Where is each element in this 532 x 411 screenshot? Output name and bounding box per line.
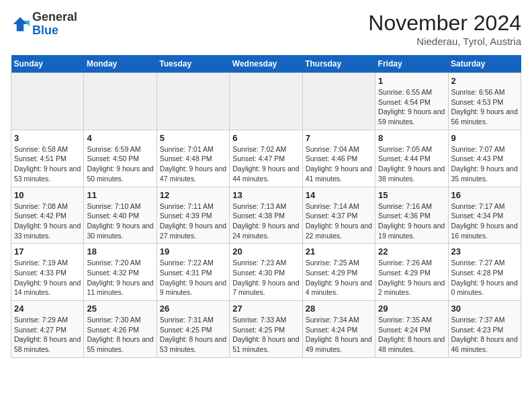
- calendar-cell: 27Sunrise: 7:33 AM Sunset: 4:25 PM Dayli…: [230, 301, 302, 358]
- calendar-cell: 7Sunrise: 7:04 AM Sunset: 4:46 PM Daylig…: [302, 130, 375, 187]
- calendar-cell: 9Sunrise: 7:07 AM Sunset: 4:43 PM Daylig…: [448, 130, 521, 187]
- day-info: Sunrise: 7:22 AM Sunset: 4:31 PM Dayligh…: [160, 258, 226, 298]
- calendar-cell: 24Sunrise: 7:29 AM Sunset: 4:27 PM Dayli…: [11, 301, 84, 358]
- calendar-cell: 10Sunrise: 7:08 AM Sunset: 4:42 PM Dayli…: [11, 187, 84, 244]
- day-number: 9: [451, 133, 518, 143]
- day-number: 28: [306, 304, 372, 314]
- day-info: Sunrise: 6:56 AM Sunset: 4:53 PM Dayligh…: [451, 87, 518, 127]
- calendar-cell: 19Sunrise: 7:22 AM Sunset: 4:31 PM Dayli…: [157, 244, 229, 301]
- day-number: 30: [451, 304, 518, 314]
- logo-icon: [11, 15, 30, 34]
- weekday-header-tuesday: Tuesday: [157, 55, 229, 73]
- day-number: 16: [451, 190, 518, 200]
- svg-marker-0: [13, 17, 28, 31]
- day-number: 1: [378, 76, 445, 86]
- day-info: Sunrise: 6:59 AM Sunset: 4:50 PM Dayligh…: [87, 144, 153, 184]
- day-number: 12: [160, 190, 226, 200]
- calendar-week-3: 10Sunrise: 7:08 AM Sunset: 4:42 PM Dayli…: [11, 187, 521, 244]
- calendar-cell: 29Sunrise: 7:35 AM Sunset: 4:24 PM Dayli…: [375, 301, 448, 358]
- weekday-header-wednesday: Wednesday: [230, 55, 302, 73]
- calendar-cell: 25Sunrise: 7:30 AM Sunset: 4:26 PM Dayli…: [84, 301, 157, 358]
- calendar-cell: 21Sunrise: 7:25 AM Sunset: 4:29 PM Dayli…: [302, 244, 375, 301]
- day-info: Sunrise: 6:55 AM Sunset: 4:54 PM Dayligh…: [378, 87, 445, 127]
- calendar-cell: [11, 73, 84, 130]
- calendar-cell: 2Sunrise: 6:56 AM Sunset: 4:53 PM Daylig…: [448, 73, 521, 130]
- calendar-cell: 12Sunrise: 7:11 AM Sunset: 4:39 PM Dayli…: [157, 187, 229, 244]
- calendar-week-2: 3Sunrise: 6:58 AM Sunset: 4:51 PM Daylig…: [11, 130, 521, 187]
- calendar-cell: 30Sunrise: 7:37 AM Sunset: 4:23 PM Dayli…: [448, 301, 521, 358]
- calendar-cell: 28Sunrise: 7:34 AM Sunset: 4:24 PM Dayli…: [302, 301, 375, 358]
- day-info: Sunrise: 6:58 AM Sunset: 4:51 PM Dayligh…: [14, 144, 81, 184]
- calendar-cell: 5Sunrise: 7:01 AM Sunset: 4:48 PM Daylig…: [157, 130, 229, 187]
- calendar-week-4: 17Sunrise: 7:19 AM Sunset: 4:33 PM Dayli…: [11, 244, 521, 301]
- weekday-header-friday: Friday: [375, 55, 448, 73]
- day-info: Sunrise: 7:30 AM Sunset: 4:26 PM Dayligh…: [87, 315, 153, 355]
- day-number: 22: [378, 246, 445, 257]
- day-info: Sunrise: 7:35 AM Sunset: 4:24 PM Dayligh…: [378, 315, 445, 355]
- day-info: Sunrise: 7:05 AM Sunset: 4:44 PM Dayligh…: [378, 144, 445, 184]
- day-number: 17: [14, 246, 81, 257]
- day-info: Sunrise: 7:04 AM Sunset: 4:46 PM Dayligh…: [306, 144, 372, 184]
- day-number: 18: [87, 246, 153, 257]
- weekday-header-sunday: Sunday: [11, 55, 84, 73]
- calendar-week-5: 24Sunrise: 7:29 AM Sunset: 4:27 PM Dayli…: [11, 301, 521, 358]
- day-info: Sunrise: 7:17 AM Sunset: 4:34 PM Dayligh…: [451, 201, 518, 241]
- calendar-week-1: 1Sunrise: 6:55 AM Sunset: 4:54 PM Daylig…: [11, 73, 521, 130]
- day-number: 14: [306, 190, 372, 200]
- month-title: November 2024: [368, 11, 521, 36]
- day-number: 7: [306, 133, 372, 143]
- calendar-cell: 13Sunrise: 7:13 AM Sunset: 4:38 PM Dayli…: [230, 187, 302, 244]
- calendar-cell: 20Sunrise: 7:23 AM Sunset: 4:30 PM Dayli…: [230, 244, 302, 301]
- calendar-cell: 18Sunrise: 7:20 AM Sunset: 4:32 PM Dayli…: [84, 244, 157, 301]
- day-info: Sunrise: 7:10 AM Sunset: 4:40 PM Dayligh…: [87, 201, 153, 241]
- calendar-cell: 11Sunrise: 7:10 AM Sunset: 4:40 PM Dayli…: [84, 187, 157, 244]
- calendar-cell: 1Sunrise: 6:55 AM Sunset: 4:54 PM Daylig…: [375, 73, 448, 130]
- day-number: 10: [14, 190, 81, 200]
- day-info: Sunrise: 7:01 AM Sunset: 4:48 PM Dayligh…: [160, 144, 226, 184]
- calendar-cell: 26Sunrise: 7:31 AM Sunset: 4:25 PM Dayli…: [157, 301, 229, 358]
- day-info: Sunrise: 7:23 AM Sunset: 4:30 PM Dayligh…: [232, 258, 299, 298]
- day-info: Sunrise: 7:19 AM Sunset: 4:33 PM Dayligh…: [14, 258, 81, 298]
- calendar-cell: 4Sunrise: 6:59 AM Sunset: 4:50 PM Daylig…: [84, 130, 157, 187]
- weekday-header-row: SundayMondayTuesdayWednesdayThursdayFrid…: [11, 55, 521, 73]
- weekday-header-saturday: Saturday: [448, 55, 521, 73]
- day-info: Sunrise: 7:11 AM Sunset: 4:39 PM Dayligh…: [160, 201, 226, 241]
- day-info: Sunrise: 7:33 AM Sunset: 4:25 PM Dayligh…: [232, 315, 299, 355]
- day-info: Sunrise: 7:29 AM Sunset: 4:27 PM Dayligh…: [14, 315, 81, 355]
- calendar-cell: 23Sunrise: 7:27 AM Sunset: 4:28 PM Dayli…: [448, 244, 521, 301]
- calendar-cell: 17Sunrise: 7:19 AM Sunset: 4:33 PM Dayli…: [11, 244, 84, 301]
- calendar-cell: 15Sunrise: 7:16 AM Sunset: 4:36 PM Dayli…: [375, 187, 448, 244]
- day-info: Sunrise: 7:31 AM Sunset: 4:25 PM Dayligh…: [160, 315, 226, 355]
- day-info: Sunrise: 7:26 AM Sunset: 4:29 PM Dayligh…: [378, 258, 445, 298]
- day-number: 2: [451, 76, 518, 86]
- day-number: 5: [160, 133, 226, 143]
- day-number: 20: [232, 246, 299, 257]
- day-number: 26: [160, 304, 226, 314]
- day-info: Sunrise: 7:37 AM Sunset: 4:23 PM Dayligh…: [451, 315, 518, 355]
- weekday-header-thursday: Thursday: [302, 55, 375, 73]
- day-info: Sunrise: 7:13 AM Sunset: 4:38 PM Dayligh…: [232, 201, 299, 241]
- calendar-cell: [84, 73, 157, 130]
- day-info: Sunrise: 7:27 AM Sunset: 4:28 PM Dayligh…: [451, 258, 518, 298]
- day-number: 6: [232, 133, 299, 143]
- day-number: 13: [232, 190, 299, 200]
- logo: General Blue: [11, 11, 77, 38]
- calendar-cell: 6Sunrise: 7:02 AM Sunset: 4:47 PM Daylig…: [230, 130, 302, 187]
- location-subtitle: Niederau, Tyrol, Austria: [368, 36, 521, 47]
- day-info: Sunrise: 7:14 AM Sunset: 4:37 PM Dayligh…: [306, 201, 372, 241]
- day-info: Sunrise: 7:16 AM Sunset: 4:36 PM Dayligh…: [378, 201, 445, 241]
- day-number: 21: [306, 246, 372, 257]
- calendar-cell: 14Sunrise: 7:14 AM Sunset: 4:37 PM Dayli…: [302, 187, 375, 244]
- day-info: Sunrise: 7:20 AM Sunset: 4:32 PM Dayligh…: [87, 258, 153, 298]
- day-number: 23: [451, 246, 518, 257]
- calendar-cell: [302, 73, 375, 130]
- day-info: Sunrise: 7:02 AM Sunset: 4:47 PM Dayligh…: [232, 144, 299, 184]
- day-number: 29: [378, 304, 445, 314]
- day-number: 8: [378, 133, 445, 143]
- calendar-cell: 8Sunrise: 7:05 AM Sunset: 4:44 PM Daylig…: [375, 130, 448, 187]
- day-number: 27: [232, 304, 299, 314]
- day-info: Sunrise: 7:08 AM Sunset: 4:42 PM Dayligh…: [14, 201, 81, 241]
- day-info: Sunrise: 7:34 AM Sunset: 4:24 PM Dayligh…: [306, 315, 372, 355]
- day-number: 4: [87, 133, 153, 143]
- title-area: November 2024 Niederau, Tyrol, Austria: [368, 11, 521, 47]
